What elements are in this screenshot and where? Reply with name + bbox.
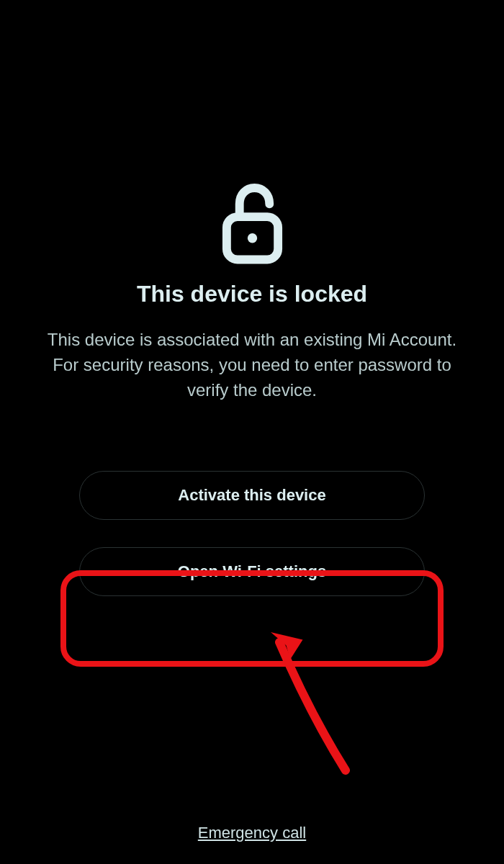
lock-description: This device is associated with an existi… [40, 328, 464, 402]
open-wifi-settings-button[interactable]: Open Wi-Fi settings [79, 547, 425, 596]
lock-screen: This device is locked This device is ass… [0, 0, 504, 864]
activate-device-button[interactable]: Activate this device [79, 471, 425, 520]
svg-point-1 [247, 233, 256, 243]
activate-device-label: Activate this device [178, 486, 325, 505]
open-wifi-settings-label: Open Wi-Fi settings [178, 562, 326, 581]
lock-open-icon [218, 180, 287, 266]
emergency-call-link[interactable]: Emergency call [198, 824, 306, 842]
annotation-arrow-icon [266, 626, 367, 785]
svg-marker-3 [271, 627, 306, 662]
page-title: This device is locked [137, 281, 367, 307]
lock-icon [218, 180, 287, 266]
